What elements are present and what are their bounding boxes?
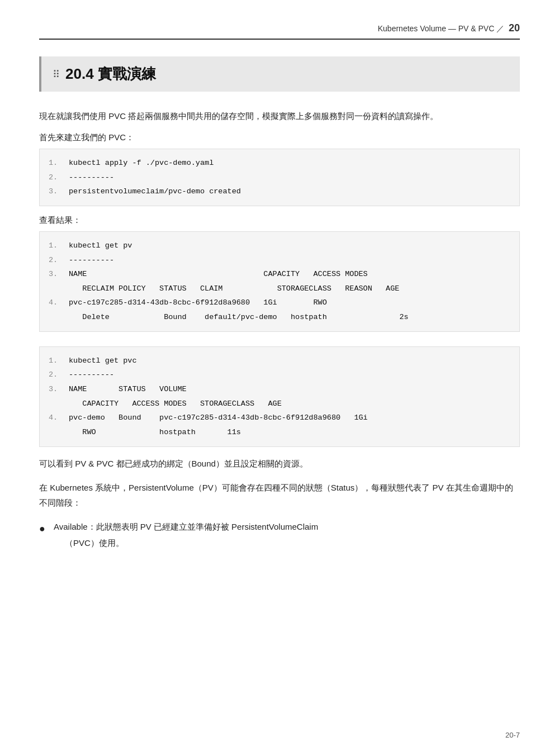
code-line: 1. kubectl apply -f ./pvc-demo.yaml <box>49 156 510 170</box>
code-line: 3. persistentvolumeclaim/pvc-demo create… <box>49 184 510 199</box>
code-line: 1. kubectl get pvc <box>49 354 510 368</box>
code-line: 3. NAME CAPACITY ACCESS MODES <box>49 267 510 282</box>
code-line: 4. pvc-demo Bound pvc-c197c285-d314-43db… <box>49 411 510 425</box>
code-line: 2. ---------- <box>49 170 510 185</box>
code-line: 1. kubectl get pv <box>49 239 510 253</box>
section-title-box: ⠿ 20.4 實戰演練 <box>39 56 520 92</box>
bullet-dot: ● <box>39 520 49 538</box>
code-line: 4. pvc-c197c285-d314-43db-8cbc-6f912d8a9… <box>49 296 510 310</box>
code-block-3: 1. kubectl get pvc 2. ---------- 3. NAME… <box>39 346 520 447</box>
code-line: 2. ---------- <box>49 253 510 268</box>
page-header: Kubernetes Volume — PV & PVC ／ 20 <box>39 22 520 40</box>
body-para-1: 可以看到 PV & PVC 都已經成功的綁定（Bound）並且設定相關的資源。 <box>39 456 520 471</box>
bullet-item-1: ● Available：此狀態表明 PV 已經建立並準備好被 Persisten… <box>39 519 520 550</box>
page-number: 20-7 <box>505 731 520 739</box>
bullet-section: ● Available：此狀態表明 PV 已經建立並準備好被 Persisten… <box>39 519 520 550</box>
body-para-2: 在 Kubernetes 系統中，PersistentVolume（PV）可能會… <box>39 480 520 510</box>
code-line: 3. NAME STATUS VOLUME <box>49 382 510 397</box>
code-block-1: 1. kubectl apply -f ./pvc-demo.yaml 2. -… <box>39 149 520 206</box>
intro-para1: 現在就讓我們使用 PVC 搭起兩個服務中間共用的儲存空間，模擬實際上多個服務對同… <box>39 108 520 123</box>
code-line: CAPACITY ACCESS MODES STORAGECLASS AGE <box>49 397 510 411</box>
bullet-content-1: Available：此狀態表明 PV 已經建立並準備好被 PersistentV… <box>54 519 520 550</box>
code-line: RWO hostpath 11s <box>49 425 510 440</box>
section-icon: ⠿ <box>53 68 60 80</box>
header-breadcrumb: Kubernetes Volume — PV & PVC ／ 20 <box>378 22 520 34</box>
header-page-number: 20 <box>509 22 520 34</box>
page-container: Kubernetes Volume — PV & PVC ／ 20 ⠿ 20.4… <box>0 0 559 756</box>
code-block-2: 1. kubectl get pv 2. ---------- 3. NAME … <box>39 231 520 332</box>
section-title: 20.4 實戰演練 <box>65 64 156 84</box>
sub-heading-2: 查看結果： <box>39 215 520 226</box>
code-line: RECLAIM POLICY STATUS CLAIM STORAGECLASS… <box>49 282 510 296</box>
code-line: 2. ---------- <box>49 368 510 382</box>
code-line: Delete Bound default/pvc-demo hostpath 2… <box>49 310 510 325</box>
sub-heading-1: 首先來建立我們的 PVC： <box>39 132 520 143</box>
breadcrumb-text: Kubernetes Volume — PV & PVC ／ <box>378 24 504 33</box>
